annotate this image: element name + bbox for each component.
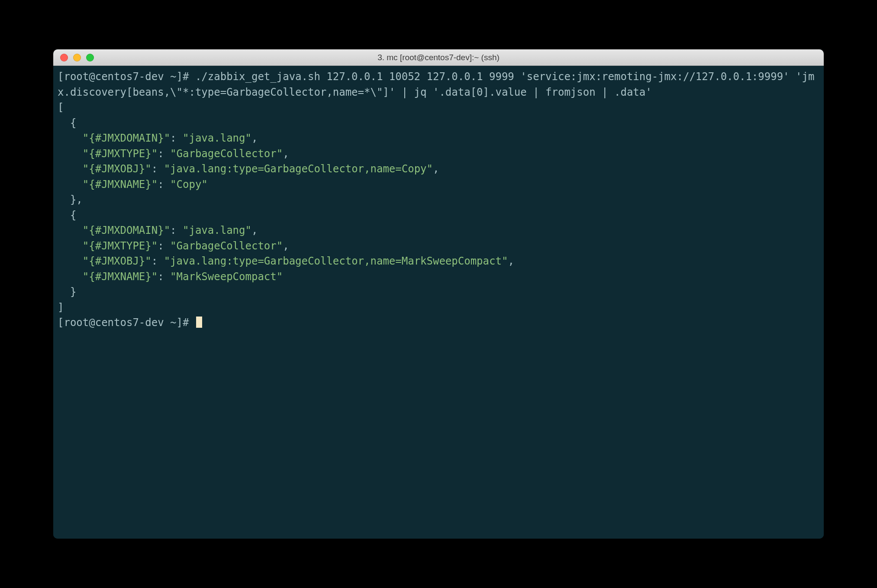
- maximize-button[interactable]: [86, 54, 94, 61]
- json-line: "{#JMXNAME}": "Copy": [58, 178, 208, 191]
- titlebar[interactable]: 3. mc [root@centos7-dev]:~ (ssh): [53, 49, 824, 66]
- shell-prompt: [root@centos7-dev ~]#: [58, 71, 195, 83]
- shell-prompt: [root@centos7-dev ~]#: [58, 317, 195, 329]
- json-line: "{#JMXTYPE}": "GarbageCollector",: [58, 148, 289, 160]
- json-line: "{#JMXDOMAIN}": "java.lang",: [58, 132, 258, 144]
- traffic-lights: [53, 54, 94, 61]
- json-object-open: {: [58, 209, 76, 221]
- terminal-body[interactable]: [root@centos7-dev ~]# ./zabbix_get_java.…: [53, 66, 824, 539]
- json-object-close: }: [58, 286, 76, 298]
- json-bracket-close: ]: [58, 301, 64, 313]
- json-line: "{#JMXOBJ}": "java.lang:type=GarbageColl…: [58, 163, 439, 175]
- json-line: "{#JMXNAME}": "MarkSweepCompact": [58, 271, 283, 283]
- json-object-open: {: [58, 117, 76, 129]
- window-title: 3. mc [root@centos7-dev]:~ (ssh): [53, 53, 824, 62]
- json-line: "{#JMXOBJ}": "java.lang:type=GarbageColl…: [58, 255, 514, 267]
- json-line: "{#JMXTYPE}": "GarbageCollector",: [58, 240, 289, 252]
- json-object-close: },: [58, 194, 83, 206]
- terminal-window: 3. mc [root@centos7-dev]:~ (ssh) [root@c…: [53, 49, 824, 539]
- json-line: "{#JMXDOMAIN}": "java.lang",: [58, 224, 258, 236]
- cursor-icon: [196, 317, 202, 328]
- close-button[interactable]: [60, 54, 68, 61]
- minimize-button[interactable]: [73, 54, 81, 61]
- json-bracket-open: [: [58, 101, 64, 113]
